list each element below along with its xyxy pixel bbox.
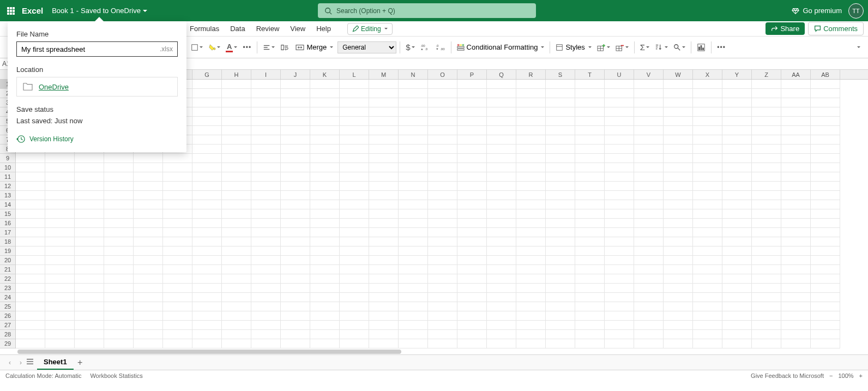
cell[interactable] — [163, 246, 192, 256]
cell[interactable] — [163, 191, 192, 200]
cell[interactable] — [516, 80, 546, 89]
cell[interactable] — [457, 126, 487, 135]
cell[interactable] — [399, 321, 428, 330]
cell[interactable] — [340, 302, 369, 311]
cell[interactable] — [634, 311, 664, 321]
cell[interactable] — [281, 321, 310, 330]
cell[interactable] — [752, 265, 781, 274]
ribbon-tab-data[interactable]: Data — [225, 21, 250, 36]
cell[interactable] — [45, 284, 75, 293]
cell[interactable] — [369, 330, 399, 339]
cell[interactable] — [664, 126, 693, 135]
cell[interactable] — [664, 98, 693, 107]
cell[interactable] — [192, 330, 222, 339]
cell[interactable] — [399, 284, 428, 293]
cell[interactable] — [192, 172, 222, 182]
cell[interactable] — [752, 302, 781, 311]
cell[interactable] — [428, 302, 457, 311]
cell[interactable] — [575, 339, 605, 348]
cell[interactable] — [516, 172, 546, 182]
cell[interactable] — [281, 237, 310, 246]
cell[interactable] — [722, 237, 752, 246]
cell[interactable] — [310, 200, 340, 209]
cell[interactable] — [575, 228, 605, 237]
cell[interactable] — [605, 209, 634, 219]
cell[interactable] — [428, 182, 457, 191]
document-title[interactable]: Book 1 - Saved to OneDrive — [52, 7, 147, 15]
row-header[interactable]: 15 — [0, 209, 15, 219]
fill-color-button[interactable] — [206, 40, 222, 55]
cell[interactable] — [664, 80, 693, 89]
cell[interactable] — [664, 311, 693, 321]
cell[interactable] — [192, 228, 222, 237]
cell[interactable] — [722, 311, 752, 321]
cell[interactable] — [251, 154, 281, 163]
cell[interactable] — [251, 98, 281, 107]
cell[interactable] — [605, 246, 634, 256]
app-launcher-icon[interactable] — [4, 4, 17, 17]
cell[interactable] — [605, 126, 634, 135]
cell[interactable] — [457, 154, 487, 163]
cell[interactable] — [811, 209, 840, 219]
cell[interactable] — [340, 246, 369, 256]
cell[interactable] — [310, 117, 340, 126]
find-button[interactable] — [671, 40, 688, 55]
cell[interactable] — [75, 311, 104, 321]
cell[interactable] — [369, 191, 399, 200]
cell[interactable] — [516, 209, 546, 219]
cell[interactable] — [16, 302, 45, 311]
cell[interactable] — [45, 237, 75, 246]
cell[interactable] — [575, 154, 605, 163]
cell[interactable] — [310, 80, 340, 89]
cell[interactable] — [16, 311, 45, 321]
cell[interactable] — [45, 219, 75, 228]
cell[interactable] — [251, 219, 281, 228]
cell[interactable] — [75, 228, 104, 237]
cell[interactable] — [428, 321, 457, 330]
cell[interactable] — [163, 200, 192, 209]
cell[interactable] — [575, 126, 605, 135]
cell[interactable] — [487, 135, 516, 145]
cell[interactable] — [75, 182, 104, 191]
cell[interactable] — [781, 154, 811, 163]
cell[interactable] — [722, 219, 752, 228]
cell[interactable] — [811, 339, 840, 348]
cell[interactable] — [811, 256, 840, 265]
cell[interactable] — [163, 284, 192, 293]
row-header[interactable]: 29 — [0, 339, 15, 348]
cell[interactable] — [487, 339, 516, 348]
cell[interactable] — [634, 107, 664, 117]
cell[interactable] — [781, 330, 811, 339]
cell[interactable] — [693, 145, 722, 154]
version-history-link[interactable]: Version History — [16, 135, 178, 143]
cell[interactable] — [222, 311, 251, 321]
column-header[interactable]: K — [310, 70, 340, 79]
cell[interactable] — [487, 237, 516, 246]
cell[interactable] — [546, 302, 575, 311]
column-header[interactable]: N — [399, 70, 428, 79]
cell[interactable] — [693, 321, 722, 330]
cell[interactable] — [192, 126, 222, 135]
cell[interactable] — [605, 98, 634, 107]
cell[interactable] — [134, 265, 163, 274]
cell[interactable] — [457, 265, 487, 274]
cell[interactable] — [457, 237, 487, 246]
decrease-decimal-button[interactable]: .0.00 — [433, 40, 448, 55]
row-header[interactable]: 23 — [0, 284, 15, 293]
cell[interactable] — [163, 172, 192, 182]
cell[interactable] — [428, 154, 457, 163]
user-avatar[interactable]: TT — [848, 3, 864, 19]
cell[interactable] — [192, 219, 222, 228]
cell[interactable] — [251, 321, 281, 330]
column-header[interactable]: L — [340, 70, 369, 79]
cell[interactable] — [281, 293, 310, 302]
cell[interactable] — [546, 154, 575, 163]
cell[interactable] — [664, 256, 693, 265]
cell[interactable] — [634, 98, 664, 107]
cell[interactable] — [399, 98, 428, 107]
cell[interactable] — [222, 219, 251, 228]
cell[interactable] — [45, 311, 75, 321]
cell[interactable] — [811, 246, 840, 256]
cell[interactable] — [104, 191, 134, 200]
cell[interactable] — [104, 321, 134, 330]
